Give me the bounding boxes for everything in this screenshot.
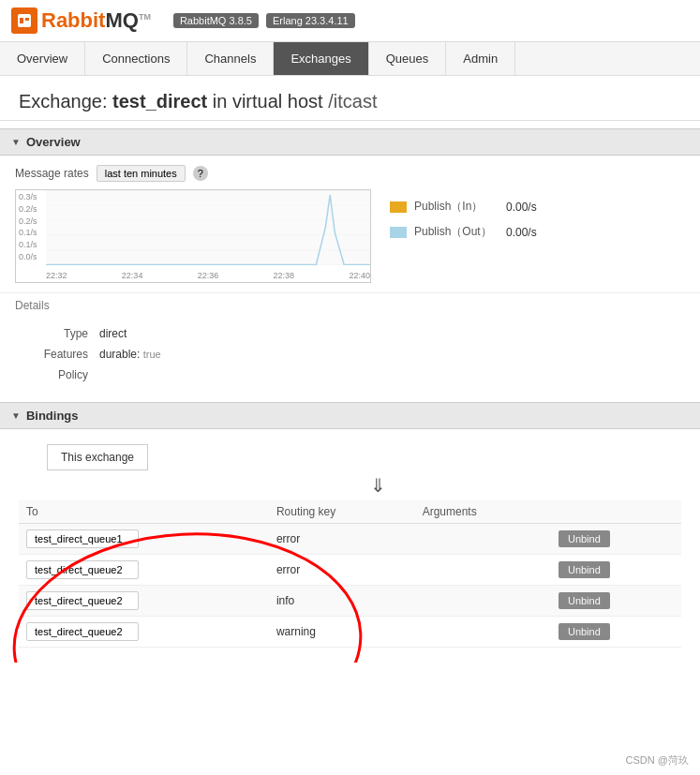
bindings-header-row: To Routing key Arguments [19, 500, 681, 524]
cell-to: test_direct_queue2 [19, 617, 269, 648]
policy-row: Policy [15, 365, 685, 385]
cell-routing-key: error [269, 555, 415, 586]
nav-exchanges[interactable]: Exchanges [274, 42, 368, 75]
exchange-box: This exchange [47, 444, 148, 470]
cell-arguments [415, 555, 551, 586]
publish-out-value: 0.00/s [506, 226, 537, 239]
exchange-name: test_direct [112, 91, 207, 112]
type-value: direct [99, 327, 127, 340]
virtual-host: /itcast [328, 91, 377, 112]
exchange-box-wrapper: This exchange [47, 444, 681, 470]
rabbitmq-version: RabbitMQ 3.8.5 [173, 13, 259, 28]
erlang-version: Erlang 23.3.4.11 [266, 13, 355, 28]
table-row: test_direct_queue2warningUnbind [19, 617, 681, 648]
header: RabbitMQTM RabbitMQ 3.8.5 Erlang 23.3.4.… [0, 0, 700, 42]
time-range-button[interactable]: last ten minutes [97, 165, 186, 182]
logo: RabbitMQTM [11, 7, 151, 34]
overview-header[interactable]: ▼ Overview [0, 128, 700, 156]
cell-action: Unbind [551, 524, 681, 555]
cell-routing-key: info [269, 586, 415, 617]
down-arrow: ⇓ [75, 474, 681, 497]
cell-action: Unbind [551, 617, 681, 648]
publish-in-color [390, 201, 407, 213]
queue-button[interactable]: test_direct_queue2 [26, 560, 139, 579]
col-action [551, 500, 681, 524]
queue-button[interactable]: test_direct_queue2 [26, 591, 139, 610]
legend-publish-out: Publish（Out） 0.00/s [390, 224, 537, 240]
type-key: Type [15, 327, 99, 340]
chart-svg [46, 190, 370, 265]
table-row: test_direct_queue1errorUnbind [19, 524, 681, 555]
nav-overview[interactable]: Overview [0, 42, 85, 75]
logo-icon [11, 7, 37, 34]
svg-rect-3 [46, 190, 370, 265]
legend-publish-in: Publish（In） 0.00/s [390, 199, 537, 215]
bindings-content: This exchange ⇓ To Routing key Arguments… [0, 429, 700, 663]
page-title: Exchange: test_direct in virtual host /i… [0, 76, 700, 121]
chart-container: 0.3/s 0.2/s 0.2/s 0.1/s 0.1/s 0.0/s [15, 189, 371, 283]
cell-routing-key: error [269, 524, 415, 555]
cell-arguments [415, 524, 551, 555]
unbind-button[interactable]: Unbind [559, 561, 610, 578]
overview-arrow: ▼ [11, 137, 21, 147]
message-rates-row: Message rates last ten minutes ? [15, 165, 685, 182]
cell-routing-key: warning [269, 617, 415, 648]
policy-key: Policy [15, 368, 99, 381]
unbind-button[interactable]: Unbind [559, 623, 610, 640]
main-nav: Overview Connections Channels Exchanges … [0, 42, 700, 76]
cell-action: Unbind [551, 586, 681, 617]
bindings-title: Bindings [26, 409, 79, 423]
bindings-section: ▼ Bindings This exchange ⇓ To Routing ke… [0, 402, 700, 663]
cell-arguments [415, 586, 551, 617]
overview-title: Overview [26, 135, 81, 149]
nav-admin[interactable]: Admin [446, 42, 515, 75]
unbind-button[interactable]: Unbind [559, 530, 610, 547]
version-info: RabbitMQ 3.8.5 Erlang 23.3.4.11 [173, 13, 355, 28]
col-routing-key: Routing key [269, 500, 415, 524]
cell-to: test_direct_queue1 [19, 524, 269, 555]
col-to: To [19, 500, 269, 524]
features-row: Features durable: true [15, 344, 685, 365]
chart-x-labels: 22:32 22:34 22:36 22:38 22:40 [46, 269, 370, 282]
nav-connections[interactable]: Connections [85, 42, 187, 75]
chart-y-labels: 0.3/s 0.2/s 0.2/s 0.1/s 0.1/s 0.0/s [16, 190, 46, 263]
bindings-header[interactable]: ▼ Bindings [0, 402, 700, 429]
cell-to: test_direct_queue2 [19, 555, 269, 586]
overview-content: Message rates last ten minutes ? 0.3/s 0… [0, 156, 700, 292]
message-rates-label: Message rates [15, 167, 89, 180]
cell-to: test_direct_queue2 [19, 586, 269, 617]
bindings-thead: To Routing key Arguments [19, 500, 681, 524]
nav-queues[interactable]: Queues [369, 42, 447, 75]
publish-in-value: 0.00/s [506, 201, 537, 214]
svg-rect-2 [25, 18, 29, 21]
overview-section: ▼ Overview Message rates last ten minute… [0, 128, 700, 292]
logo-text: RabbitMQTM [41, 8, 151, 33]
publish-out-color [390, 227, 407, 238]
publish-in-label: Publish（In） [414, 199, 499, 215]
publish-out-label: Publish（Out） [414, 224, 499, 240]
help-button[interactable]: ? [193, 166, 208, 181]
details-content: Type direct Features durable: true Polic… [0, 314, 700, 395]
queue-button[interactable]: test_direct_queue2 [26, 622, 139, 641]
chart-legend: Publish（In） 0.00/s Publish（Out） 0.00/s [390, 199, 537, 240]
features-value: durable: true [99, 348, 161, 361]
nav-channels[interactable]: Channels [187, 42, 274, 75]
table-row: test_direct_queue2infoUnbind [19, 586, 681, 617]
details-title: Details [0, 292, 700, 314]
col-arguments: Arguments [415, 500, 551, 524]
bindings-tbody: test_direct_queue1errorUnbindtest_direct… [19, 524, 681, 648]
queue-button[interactable]: test_direct_queue1 [26, 529, 139, 548]
features-key: Features [15, 348, 99, 361]
table-row: test_direct_queue2errorUnbind [19, 555, 681, 586]
bindings-table: To Routing key Arguments test_direct_que… [19, 500, 681, 648]
unbind-button[interactable]: Unbind [559, 592, 610, 609]
chart-row: 0.3/s 0.2/s 0.2/s 0.1/s 0.1/s 0.0/s [15, 189, 685, 283]
logo-tm: TM [139, 12, 151, 22]
bindings-arrow: ▼ [11, 410, 21, 421]
svg-rect-1 [20, 18, 23, 23]
type-row: Type direct [15, 323, 685, 344]
cell-action: Unbind [551, 555, 681, 586]
cell-arguments [415, 617, 551, 648]
details-section: Details Type direct Features durable: tr… [0, 292, 700, 395]
